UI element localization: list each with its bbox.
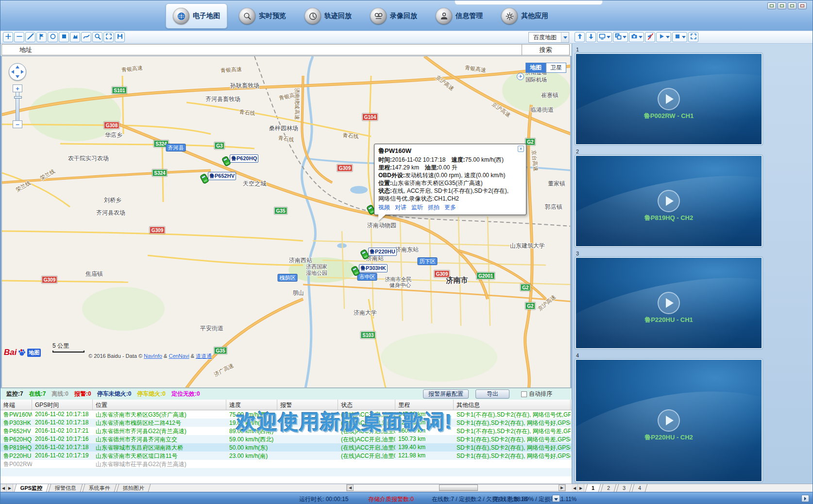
video-full-button[interactable] (688, 32, 698, 42)
ruler-tool-button[interactable] (25, 32, 35, 42)
monitor-counter: 报警:0 (74, 390, 91, 397)
status-expand-button[interactable] (801, 495, 809, 502)
vehicle-marker[interactable]: 鲁PW160W (368, 205, 374, 215)
vehicle-marker[interactable]: 鲁P220HU (361, 250, 368, 259)
chevron-down-icon[interactable] (623, 36, 627, 38)
video-stop-button[interactable] (672, 32, 687, 42)
map-canvas[interactable]: 青银高速青银高速青银高速青银高速京沪高速京沪高速京沪高速济南绕城高速京台高速青石… (1, 56, 571, 388)
play-button[interactable] (658, 292, 680, 314)
video-tabs-left-icon[interactable]: ◀ (572, 484, 578, 492)
satellite-view-button[interactable]: 卫星 (546, 63, 566, 73)
minus-tool-button[interactable] (14, 32, 24, 42)
square-tool-button[interactable] (59, 32, 69, 42)
play-button[interactable] (658, 88, 680, 110)
zoom-track[interactable] (16, 92, 19, 120)
expand-tool-button[interactable] (103, 32, 114, 42)
bottom-tab-抓拍图片[interactable]: 抓拍图片 (117, 484, 151, 492)
pan-north-icon[interactable] (16, 66, 19, 68)
play-button[interactable] (658, 190, 680, 212)
nav-tab-gear[interactable]: 其他应用 (494, 3, 555, 29)
chevron-down-icon[interactable] (607, 36, 610, 38)
popup-link-监听[interactable]: 监听 (411, 204, 423, 211)
video-mute-button[interactable] (645, 32, 655, 42)
popup-link-对讲[interactable]: 对讲 (395, 204, 406, 211)
video-cell[interactable]: 鲁P002RW - CH1 (575, 53, 762, 145)
nav-tab-mag[interactable]: 实时预览 (232, 3, 293, 29)
table-row[interactable]: 鲁P220HU2016-11-02 10:17:19山东省济南市天桥区堤口路11… (0, 452, 572, 460)
status-dropdown-button[interactable] (552, 495, 560, 502)
zoom-thumb[interactable] (14, 96, 22, 99)
zoom-out-button[interactable]: − (13, 120, 22, 128)
bottom-tab-报警信息[interactable]: 报警信息 (49, 484, 83, 492)
map-pan-control[interactable] (9, 63, 26, 81)
export-button[interactable]: 导出 (475, 389, 509, 399)
polygon-tool-button[interactable] (70, 32, 80, 42)
scrollbar-thumb[interactable] (439, 485, 478, 491)
vehicle-marker[interactable]: 鲁P620HQ (223, 156, 230, 166)
tabs-scroll-left-icon[interactable]: ◀ (0, 484, 7, 492)
nav-tab-person[interactable]: 信息管理 (429, 3, 490, 29)
video-camera-button[interactable] (629, 32, 644, 42)
video-page-tab-2[interactable]: 2 (601, 484, 617, 492)
popup-link-更多[interactable]: 更多 (444, 204, 456, 211)
video-page-tab-4[interactable]: 4 (632, 484, 648, 492)
magnifier-tool-button[interactable] (92, 32, 102, 42)
column-header[interactable]: GPS时间 (32, 400, 93, 410)
zoom-in-button[interactable]: + (13, 84, 22, 92)
table-horizontal-scrollbar[interactable]: ◀ ▶ (346, 484, 566, 491)
save-tool-button[interactable] (115, 32, 125, 42)
play-button[interactable] (658, 409, 680, 432)
search-button[interactable]: 搜索 (522, 44, 570, 55)
map-zoom-slider[interactable]: + − (13, 84, 22, 128)
chevron-down-icon[interactable] (639, 36, 643, 38)
table-row[interactable]: 鲁P620HQ2016-11-02 10:17:16山东省德州市齐河县齐河南立交… (0, 435, 572, 443)
close-button[interactable] (798, 2, 807, 9)
close-icon[interactable]: × (518, 146, 524, 152)
pan-east-icon[interactable] (21, 70, 24, 74)
pan-west-icon[interactable] (11, 70, 14, 74)
table-row[interactable]: 鲁P819HQ2016-11-02 10:17:18山东省聊城市东昌府区湖南路大… (0, 443, 572, 452)
popup-link-抓拍[interactable]: 抓拍 (428, 204, 440, 211)
vehicle-marker[interactable]: 鲁P303HK (352, 266, 359, 276)
video-tabs-right-icon[interactable]: ▶ (578, 484, 584, 492)
video-monitor-button[interactable] (597, 32, 612, 42)
polyline-tool-button[interactable] (81, 32, 91, 42)
video-cell[interactable]: 鲁P819HQ - CH2 (575, 155, 762, 247)
bottom-tab-GPS监控[interactable]: GPS监控 (14, 484, 49, 492)
video-down-button[interactable] (586, 32, 596, 42)
popup-link-视频[interactable]: 视频 (378, 204, 390, 211)
video-up-button[interactable] (575, 32, 585, 42)
flag-tool-button[interactable] (36, 32, 47, 42)
column-header[interactable]: 终端 (0, 400, 32, 410)
panel-bottom-button[interactable] (788, 2, 796, 9)
video-page-tab-3[interactable]: 3 (616, 484, 632, 492)
circle-tool-button[interactable] (48, 32, 58, 42)
chevron-down-icon[interactable] (561, 33, 569, 42)
address-input[interactable] (50, 44, 522, 55)
table-row[interactable]: 鲁P002RW山东省聊城市茌平县G22(青兰高速) (0, 460, 572, 468)
chevron-down-icon[interactable] (666, 36, 670, 38)
scroll-left-icon[interactable]: ◀ (347, 485, 354, 491)
panel-right-button[interactable] (778, 2, 786, 9)
video-page-tab-1[interactable]: 1 (585, 484, 601, 492)
tabs-scroll-right-icon[interactable]: ▶ (7, 484, 13, 492)
pan-south-icon[interactable] (16, 75, 19, 78)
alarm-shield-config-button[interactable]: 报警屏蔽配置 (423, 389, 469, 399)
vehicle-marker[interactable]: 鲁P652HV (201, 174, 208, 184)
bottom-tab-系统事件[interactable]: 系统事件 (83, 484, 117, 492)
nav-tab-track[interactable]: 轨迹回放 (298, 3, 358, 29)
auto-sort-checkbox[interactable]: 自动排序 (521, 390, 552, 398)
map-source-select[interactable]: 百度地图 (528, 32, 569, 43)
map-view-button[interactable]: 地图 (525, 63, 546, 73)
chevron-down-icon[interactable] (682, 36, 686, 38)
video-cell[interactable]: 鲁P220HU - CH2 (575, 359, 762, 482)
panel-left-button[interactable] (767, 2, 776, 9)
video-play-button[interactable] (656, 32, 671, 42)
plus-tool-button[interactable] (3, 32, 13, 42)
scroll-right-icon[interactable]: ▶ (559, 485, 565, 491)
video-layout-button[interactable] (613, 32, 628, 42)
checkbox-icon[interactable] (521, 391, 527, 397)
nav-tab-reel[interactable]: 录像回放 (363, 3, 424, 29)
nav-tab-globe[interactable]: 电子地图 (166, 3, 227, 29)
video-cell[interactable]: 鲁P220HU - CH1 (575, 257, 762, 349)
